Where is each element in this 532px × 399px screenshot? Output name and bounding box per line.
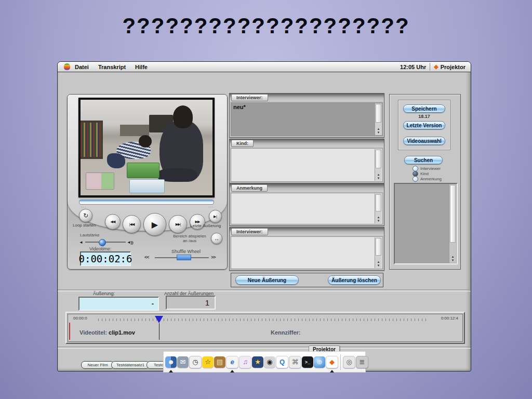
terminal-icon[interactable]: >_ [302, 356, 313, 368]
scrollbar[interactable]: ▲▼ [375, 103, 382, 135]
scroll-up-icon[interactable]: ▲ [375, 260, 382, 264]
finder-glyph: ☻ [167, 358, 175, 366]
new-film-button[interactable]: Neuer Film [81, 361, 114, 369]
video-select-button[interactable]: Videoauswahl [403, 137, 445, 145]
menu-clock: 12:05 Uhr [400, 64, 426, 70]
app-window: Datei Transkript Hilfe 12:05 Uhr ◆ Proje… [57, 61, 471, 371]
search-results-list[interactable]: ▲▼ [394, 183, 458, 264]
internet-explorer-icon[interactable]: e [226, 356, 238, 368]
globe-icon[interactable]: ⊕ [314, 356, 325, 368]
interviewer-textarea-1[interactable]: neu* ▲▼ [231, 102, 383, 136]
scroll-down-icon[interactable]: ▼ [375, 219, 382, 223]
testdatensatz1-button[interactable]: Testdatensatz1 [111, 361, 150, 369]
child-head-shape [139, 135, 152, 148]
active-app-name[interactable]: Projektor [441, 64, 466, 70]
scroll-down-icon[interactable]: ▼ [375, 264, 382, 268]
trash-glyph: ≣ [360, 358, 365, 366]
radio-anmerkung[interactable] [413, 176, 418, 182]
video-frame[interactable] [78, 98, 215, 197]
kind-textarea[interactable]: ▲▼ [231, 148, 383, 182]
section-header: Kind: [230, 139, 384, 147]
quicktime-icon[interactable]: Q [276, 356, 288, 368]
scroll-up-icon[interactable]: ▲ [375, 127, 382, 131]
projektor-dock-icon[interactable]: ◆ [326, 356, 338, 368]
section-header: Anmerkung [230, 184, 384, 192]
scrollbar-thumb[interactable] [450, 185, 456, 243]
trash-icon[interactable]: ≣ [356, 356, 368, 368]
dock: ☻ ✉ ◷ ☆ ▤ e ♫ ★ ◉ Q ⌘ >_ ⊕ ◆ ◎ ≣ [163, 351, 366, 373]
scrollbar-thumb[interactable] [376, 104, 381, 123]
mail-icon[interactable]: ✉ [177, 356, 189, 368]
transcript-section-anmerkung: Anmerkung ▲▼ [229, 183, 384, 226]
scroll-down-icon[interactable]: ▼ [375, 177, 382, 180]
anmerkung-textarea[interactable]: ▲▼ [231, 193, 383, 224]
projektor-glyph: ◆ [329, 358, 335, 366]
scrollbar-thumb[interactable] [376, 238, 381, 256]
scroll-down-icon[interactable]: ▼ [375, 131, 382, 135]
timeline-start-line [69, 323, 70, 340]
address-book-icon[interactable]: ▤ [214, 356, 225, 368]
last-version-button[interactable]: Letzte Version [403, 121, 445, 129]
clock-icon[interactable]: ◷ [189, 356, 202, 368]
play-button[interactable]: ▶ [143, 213, 166, 236]
game-box-blue-shape [129, 179, 165, 194]
apple-menu-icon[interactable] [64, 63, 70, 70]
utterance-buttons-box: Neue Äußerung Äußerung löschen [231, 273, 383, 287]
scrollbar-thumb[interactable] [376, 150, 381, 168]
next-utterance-button[interactable]: ▶▶| [169, 215, 187, 233]
timeline-ticks [98, 318, 429, 321]
mac-os-icon[interactable]: ⌘ [289, 356, 301, 368]
delete-utterance-button[interactable]: Äußerung löschen [328, 275, 381, 285]
scrollbar[interactable]: ▲▼ [375, 149, 382, 181]
shuffle-left-arrow[interactable]: << [144, 255, 149, 260]
menu-hilfe[interactable]: Hilfe [130, 64, 152, 70]
new-utterance-button[interactable]: Neue Äußerung [235, 275, 299, 285]
divider-groove [58, 289, 471, 291]
camera-icon[interactable]: ◎ [343, 356, 355, 368]
scrollbar-thumb[interactable] [376, 194, 381, 211]
playback-progress-bar[interactable] [79, 200, 214, 205]
sherlock-icon[interactable]: ◉ [264, 356, 275, 368]
shuffle-right-arrow[interactable]: >> [211, 255, 216, 260]
shuffle-wheel-knob[interactable] [177, 255, 191, 260]
game-box-pink-shape [86, 172, 114, 190]
utterance-field[interactable]: - [78, 297, 159, 311]
imovie-icon[interactable]: ★ [252, 356, 263, 368]
playhead-marker[interactable] [155, 316, 163, 323]
menu-transkript[interactable]: Transkript [94, 64, 130, 70]
range-play-button[interactable]: ↔ [211, 233, 222, 244]
save-group-box: Speichern 18.17 Letzte Version Videoausw… [398, 100, 450, 150]
slide: ???????????????????? Datei Transkript Hi… [0, 0, 532, 399]
rewind-icon: ◀◀ [111, 220, 115, 224]
section-header: Interviewer: [230, 228, 384, 235]
video-image [81, 100, 212, 195]
loop-button[interactable]: ↻ [79, 209, 92, 222]
scroll-up-icon[interactable]: ▲ [375, 216, 382, 219]
quicktime-glyph: Q [280, 358, 285, 366]
last-utterance-button[interactable]: ▶| [209, 210, 222, 223]
dock-separator [340, 354, 341, 370]
save-button[interactable]: Speichern [403, 104, 445, 113]
scroll-down-icon[interactable]: ▼ [449, 259, 456, 262]
rewind-button[interactable]: ◀◀ [105, 214, 121, 230]
interviewer-textarea-2[interactable]: ▲▼ [231, 236, 383, 269]
scroll-up-icon[interactable]: ▲ [375, 173, 382, 177]
aim-icon[interactable]: ☆ [202, 356, 214, 368]
volume-slider-knob[interactable] [99, 239, 106, 246]
itunes-icon[interactable]: ♫ [239, 356, 251, 368]
timeline[interactable]: 00:00:0 0:00:12:4 Videotitel: clip1.mov … [65, 312, 465, 344]
ie-glyph: e [230, 358, 234, 366]
scrollbar[interactable]: ▲▼ [375, 194, 382, 223]
scroll-up-icon[interactable]: ▲ [449, 255, 456, 259]
playhead-line [159, 323, 159, 340]
scrollbar[interactable]: ▲▼ [375, 237, 382, 268]
imovie-glyph: ★ [255, 358, 261, 366]
radio-label-anmerkung: Anmerkung [420, 177, 442, 181]
menu-datei[interactable]: Datei [70, 64, 94, 70]
previous-utterance-button[interactable]: |◀◀ [123, 215, 141, 233]
utterance-count-field: 1 [166, 296, 216, 310]
section-label: Interviewer: [231, 228, 268, 235]
search-button[interactable]: Suchen [404, 156, 443, 164]
scrollbar[interactable]: ▲▼ [449, 184, 456, 263]
finder-icon[interactable]: ☻ [165, 356, 177, 368]
